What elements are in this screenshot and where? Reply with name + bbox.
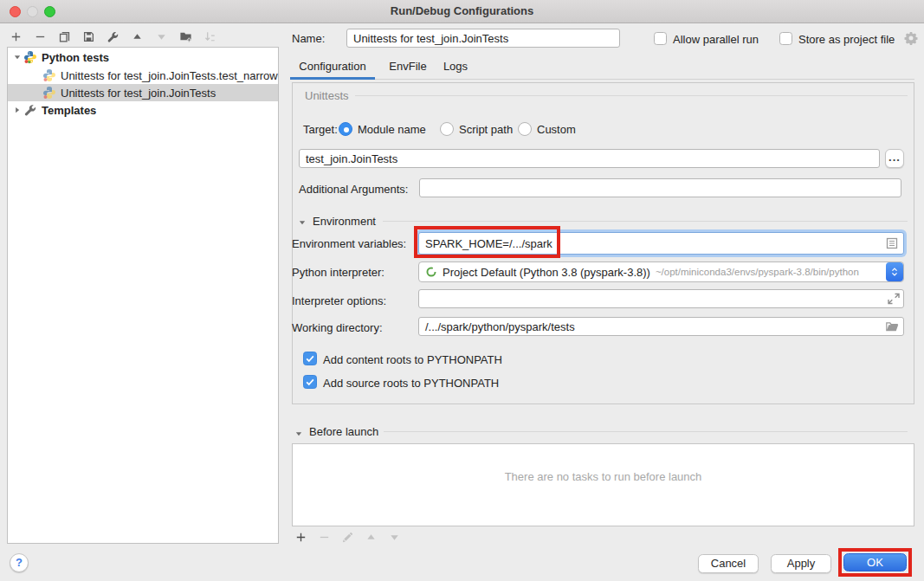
conda-environment-icon xyxy=(425,266,437,278)
tree-item-test-narrow[interactable]: Unittests for test_join.JoinTests.test_n… xyxy=(8,67,278,84)
add-content-roots-label: Add content roots to PYTHONPATH xyxy=(323,353,502,366)
environment-variables-input[interactable]: SPARK_HOME=/.../spark xyxy=(418,232,904,255)
tab-label: Configuration xyxy=(299,60,365,73)
minimize-window-button[interactable] xyxy=(27,6,38,17)
python-interpreter-label: Python interpreter: xyxy=(292,266,384,279)
before-launch-rule xyxy=(384,431,908,432)
remove-icon[interactable] xyxy=(33,29,48,44)
move-task-down-icon[interactable] xyxy=(387,530,402,545)
radio-module-name[interactable] xyxy=(339,122,352,136)
add-source-roots-label: Add source roots to PYTHONPATH xyxy=(323,377,499,390)
name-input[interactable]: Unittests for test_join.JoinTests xyxy=(346,29,620,48)
tree-item-label: Unittests for test_join.JoinTests xyxy=(61,87,216,100)
additional-arguments-label: Additional Arguments: xyxy=(299,183,408,196)
tree-item-templates[interactable]: Templates xyxy=(8,101,278,119)
python-test-icon xyxy=(42,86,56,100)
edit-templates-wrench-icon[interactable] xyxy=(106,29,120,44)
chevron-up-down-icon xyxy=(889,266,900,278)
additional-arguments-input[interactable] xyxy=(419,178,901,197)
add-icon[interactable] xyxy=(9,29,23,44)
collapse-triangle-icon[interactable] xyxy=(294,428,303,441)
before-launch-section-label: Before launch xyxy=(309,425,378,438)
tree-item-python-tests[interactable]: Python tests xyxy=(8,48,278,66)
configurations-toolbar xyxy=(9,27,217,46)
edit-task-pencil-icon[interactable] xyxy=(340,530,355,545)
new-folder-icon[interactable] xyxy=(178,29,193,44)
name-value: Unittests for test_join.JoinTests xyxy=(353,32,508,45)
window-title: Run/Debug Configurations xyxy=(0,0,924,23)
folder-icon[interactable] xyxy=(885,320,899,336)
allow-parallel-run-checkbox[interactable] xyxy=(654,32,667,45)
run-debug-configurations-dialog: Run/Debug Configurations Python tests Un… xyxy=(0,0,924,581)
interpreter-dropdown-button[interactable] xyxy=(886,262,903,281)
tab-label: EnvFile xyxy=(389,60,426,73)
environment-variables-label: Environment variables: xyxy=(292,237,406,250)
radio-script-path[interactable] xyxy=(440,122,454,136)
tree-item-jointests-selected[interactable]: Unittests for test_join.JoinTests xyxy=(8,84,278,101)
environment-section-rule xyxy=(383,221,908,222)
radio-script-path-label: Script path xyxy=(459,123,513,136)
tab-configuration[interactable]: Configuration xyxy=(290,55,375,80)
tab-logs[interactable]: Logs xyxy=(430,55,481,80)
python-test-icon xyxy=(42,68,56,82)
close-window-button[interactable] xyxy=(10,6,21,17)
browse-button[interactable]: ... xyxy=(885,149,904,168)
radio-custom[interactable] xyxy=(518,122,532,136)
configurations-tree: Python tests Unittests for test_join.Joi… xyxy=(7,47,279,544)
tree-item-label: Python tests xyxy=(42,51,109,64)
help-button[interactable]: ? xyxy=(10,553,29,572)
chevron-down-icon[interactable] xyxy=(13,51,23,64)
store-as-project-file-label: Store as project file xyxy=(798,33,895,46)
interpreter-options-input[interactable] xyxy=(418,289,904,308)
title-bar: Run/Debug Configurations xyxy=(0,0,924,23)
apply-button[interactable]: Apply xyxy=(771,554,831,573)
add-task-icon[interactable] xyxy=(294,530,308,545)
expand-field-icon[interactable] xyxy=(887,292,901,308)
store-as-project-file-checkbox[interactable] xyxy=(779,32,792,45)
templates-wrench-icon xyxy=(23,103,37,117)
before-launch-toolbar xyxy=(294,530,402,545)
python-interpreter-select[interactable]: Project Default (Python 3.8 (pyspark-3.8… xyxy=(418,261,904,282)
working-directory-input[interactable]: /.../spark/python/pyspark/tests xyxy=(418,317,904,336)
python-interpreter-path: ~/opt/miniconda3/envs/pyspark-3.8/bin/py… xyxy=(656,267,859,277)
working-directory-value: /.../spark/python/pyspark/tests xyxy=(425,320,575,333)
move-task-up-icon[interactable] xyxy=(364,530,378,545)
zoom-window-button[interactable] xyxy=(44,6,55,17)
interpreter-options-label: Interpreter options: xyxy=(292,294,386,307)
move-down-icon[interactable] xyxy=(154,29,169,44)
unittests-group-label: Unittests xyxy=(305,89,349,102)
tree-item-label: Templates xyxy=(42,104,96,117)
collapse-triangle-icon[interactable] xyxy=(298,216,307,229)
sort-alphabetically-icon[interactable] xyxy=(203,29,217,44)
save-icon[interactable] xyxy=(81,29,96,44)
target-label: Target: xyxy=(303,123,338,136)
chevron-right-icon[interactable] xyxy=(13,104,23,117)
move-up-icon[interactable] xyxy=(130,29,145,44)
copy-icon[interactable] xyxy=(57,29,72,44)
cancel-button[interactable]: Cancel xyxy=(698,554,759,573)
working-directory-label: Working directory: xyxy=(292,321,383,334)
before-launch-empty-message: There are no tasks to run before launch xyxy=(293,470,914,483)
remove-task-icon[interactable] xyxy=(317,530,332,545)
tab-label: Logs xyxy=(443,60,468,73)
radio-module-name-label: Module name xyxy=(358,123,426,136)
gear-icon[interactable] xyxy=(904,31,918,48)
python-tests-icon xyxy=(23,50,37,64)
before-launch-task-list[interactable]: There are no tasks to run before launch xyxy=(292,443,914,526)
name-label: Name: xyxy=(292,32,325,45)
add-content-roots-checkbox[interactable] xyxy=(303,352,317,365)
module-name-value: test_join.JoinTests xyxy=(306,152,397,165)
module-name-input[interactable]: test_join.JoinTests xyxy=(299,149,880,168)
group-label-rule xyxy=(355,95,908,96)
ok-button[interactable]: OK xyxy=(843,553,907,571)
environment-section-label: Environment xyxy=(313,215,376,228)
allow-parallel-run-label: Allow parallel run xyxy=(673,33,759,46)
python-interpreter-value: Project Default (Python 3.8 (pyspark-3.8… xyxy=(443,266,650,279)
environment-variables-value: SPARK_HOME=/.../spark xyxy=(425,237,552,250)
tab-divider xyxy=(375,79,914,80)
add-source-roots-checkbox[interactable] xyxy=(303,375,317,389)
edit-variables-list-icon[interactable] xyxy=(885,236,899,253)
radio-custom-label: Custom xyxy=(537,123,576,136)
tree-item-label: Unittests for test_join.JoinTests.test_n… xyxy=(61,69,278,82)
